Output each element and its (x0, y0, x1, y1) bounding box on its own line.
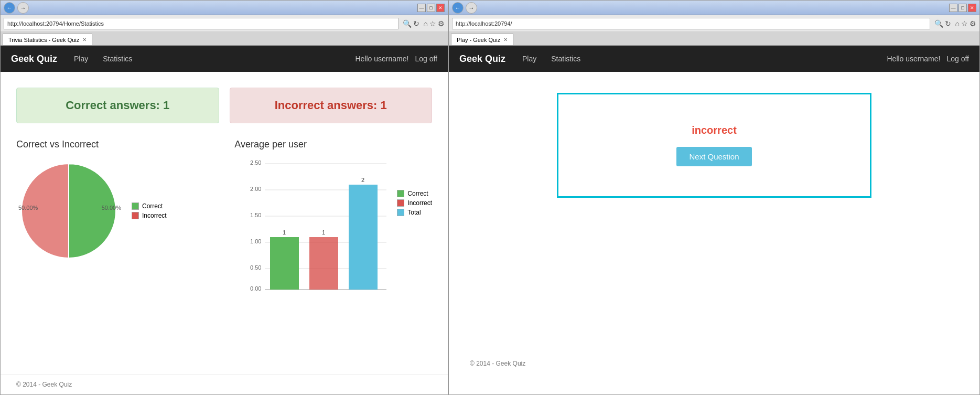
gear-icon-right[interactable]: ⚙ (970, 19, 976, 28)
home-icon-right[interactable]: ⌂ (955, 19, 960, 28)
legend-incorrect-color (132, 212, 139, 219)
footer-left: © 2014 - Geek Quiz (1, 374, 448, 394)
maximize-btn-left[interactable]: □ (427, 4, 435, 12)
legend-incorrect-label: Incorrect (142, 212, 167, 219)
svg-text:2.00: 2.00 (250, 186, 261, 192)
left-window: ← → — □ ✕ http://localhost:20794/Home/St… (0, 0, 448, 395)
nav-links-left: Play Statistics (68, 50, 355, 67)
footer-text-right: © 2014 - Geek Quiz (470, 360, 525, 367)
tab-close-right[interactable]: ✕ (503, 37, 508, 42)
tab-close-left[interactable]: ✕ (82, 37, 87, 42)
nav-logoff-left[interactable]: Log off (415, 55, 437, 63)
fav-icons-right: ⌂ ☆ ⚙ (955, 19, 976, 28)
refresh-icon-left[interactable]: ↻ (413, 19, 419, 28)
nav-links-right: Play Statistics (516, 50, 887, 67)
nav-hello-right: Hello username! (887, 55, 941, 63)
bar-chart-svg: 2.50 2.00 1.50 1.00 0.50 0.00 (234, 158, 392, 295)
star-icon-right[interactable]: ☆ (961, 19, 968, 28)
svg-text:1: 1 (283, 229, 286, 236)
forward-button-right[interactable]: → (466, 2, 477, 14)
toolbar-icons-right: 🔍 ↻ (934, 19, 951, 28)
bar-legend-correct-label: Correct (407, 190, 428, 197)
tab-play-label: Play - Geek Quiz (457, 37, 500, 43)
search-icon-right[interactable]: 🔍 (934, 19, 943, 28)
close-btn-left[interactable]: ✕ (436, 4, 445, 12)
tab-bar-right: Play - Geek Quiz ✕ (449, 32, 979, 46)
svg-text:1.50: 1.50 (250, 212, 261, 218)
svg-text:1.00: 1.00 (250, 238, 261, 244)
search-icon-left[interactable]: 🔍 (403, 19, 412, 28)
back-button-left[interactable]: ← (4, 2, 15, 14)
close-btn-right[interactable]: ✕ (968, 4, 976, 12)
tab-statistics[interactable]: Trivia Statistics - Geek Quiz ✕ (3, 34, 92, 45)
maximize-btn-right[interactable]: □ (959, 4, 967, 12)
browser-bar-left: http://localhost:20794/Home/Statistics 🔍… (1, 15, 448, 32)
bar-legend-incorrect-label: Incorrect (407, 199, 432, 207)
bar-chart-container: Average per user 2.50 2.00 1.50 1.00 0.5… (234, 139, 432, 295)
address-bar-right[interactable]: http://localhost:20794/ (452, 18, 930, 29)
tab-play[interactable]: Play - Geek Quiz ✕ (451, 34, 513, 45)
nav-statistics-right[interactable]: Statistics (545, 50, 587, 67)
gear-icon-left[interactable]: ⚙ (438, 19, 445, 28)
tab-bar-left: Trivia Statistics - Geek Quiz ✕ (1, 32, 448, 46)
pie-chart: 50.00% 50.00% (16, 158, 121, 263)
nav-play-right[interactable]: Play (516, 50, 543, 67)
correct-box-text: Correct answers: 1 (66, 99, 169, 112)
svg-text:2.50: 2.50 (250, 159, 261, 166)
star-icon-left[interactable]: ☆ (429, 19, 436, 28)
browser-bar-right: http://localhost:20794/ 🔍 ↻ ⌂ ☆ ⚙ (449, 15, 979, 32)
footer-right: © 2014 - Geek Quiz (470, 354, 525, 373)
svg-text:2: 2 (361, 177, 364, 183)
answer-result: incorrect (692, 124, 737, 136)
nav-statistics-left[interactable]: Statistics (96, 50, 138, 67)
nav-play-left[interactable]: Play (68, 50, 94, 67)
incorrect-box: Incorrect answers: 1 (230, 88, 433, 123)
tab-statistics-label: Trivia Statistics - Geek Quiz (8, 37, 79, 43)
svg-text:0.00: 0.00 (250, 285, 261, 292)
legend-incorrect: Incorrect (132, 212, 167, 219)
stats-boxes: Correct answers: 1 Incorrect answers: 1 (16, 88, 432, 123)
svg-text:1: 1 (322, 229, 325, 236)
right-window: ← → — □ ✕ http://localhost:20794/ 🔍 ↻ ⌂ … (448, 0, 980, 395)
bar-incorrect (309, 237, 338, 290)
home-icon-left[interactable]: ⌂ (424, 19, 428, 28)
bar-legend-correct: Correct (397, 190, 432, 197)
window-controls-right: ← → (452, 2, 477, 14)
bar-legend-incorrect-color (397, 199, 404, 207)
legend-correct-color (132, 202, 139, 210)
title-bar-right: ← → — □ ✕ (449, 1, 979, 15)
address-text-left: http://localhost:20794/Home/Statistics (7, 20, 104, 27)
bar-legend-total-color (397, 209, 404, 216)
bar-legend-total: Total (397, 209, 432, 216)
refresh-icon-right[interactable]: ↻ (945, 19, 951, 28)
brand-right[interactable]: Geek Quiz (459, 54, 505, 65)
address-bar-left[interactable]: http://localhost:20794/Home/Statistics (4, 18, 399, 29)
brand-left[interactable]: Geek Quiz (11, 54, 57, 65)
page-content-left: Correct answers: 1 Incorrect answers: 1 … (1, 72, 448, 374)
nav-hello-left: Hello username! (356, 55, 409, 63)
pie-label-left: 50.00% (18, 205, 38, 211)
bar-legend-incorrect: Incorrect (397, 199, 432, 207)
forward-button-left[interactable]: → (17, 2, 29, 14)
next-question-button[interactable]: Next Question (676, 147, 751, 166)
bar-legend-correct-color (397, 190, 404, 197)
bar-chart-title: Average per user (234, 139, 432, 150)
minimize-btn-left[interactable]: — (417, 4, 426, 12)
address-text-right: http://localhost:20794/ (456, 20, 512, 27)
bar-legend: Correct Incorrect Total (397, 190, 432, 216)
svg-text:0.50: 0.50 (250, 264, 261, 271)
bar-legend-total-label: Total (407, 209, 421, 216)
nav-right-right: Hello username! Log off (887, 55, 970, 63)
correct-box: Correct answers: 1 (16, 88, 219, 123)
window-buttons-right: — □ ✕ (949, 4, 976, 12)
legend-correct-label: Correct (142, 202, 163, 210)
pie-chart-wrapper: 50.00% 50.00% Correct Incorrect (16, 158, 213, 263)
nav-logoff-right[interactable]: Log off (946, 55, 969, 63)
incorrect-box-text: Incorrect answers: 1 (275, 99, 387, 112)
window-buttons-left: — □ ✕ (417, 4, 445, 12)
minimize-btn-right[interactable]: — (949, 4, 957, 12)
pie-legend: Correct Incorrect (132, 202, 167, 219)
app-nav-left: Geek Quiz Play Statistics Hello username… (1, 46, 448, 72)
back-button-right[interactable]: ← (452, 2, 464, 14)
pie-label-right: 50.00% (102, 205, 121, 211)
